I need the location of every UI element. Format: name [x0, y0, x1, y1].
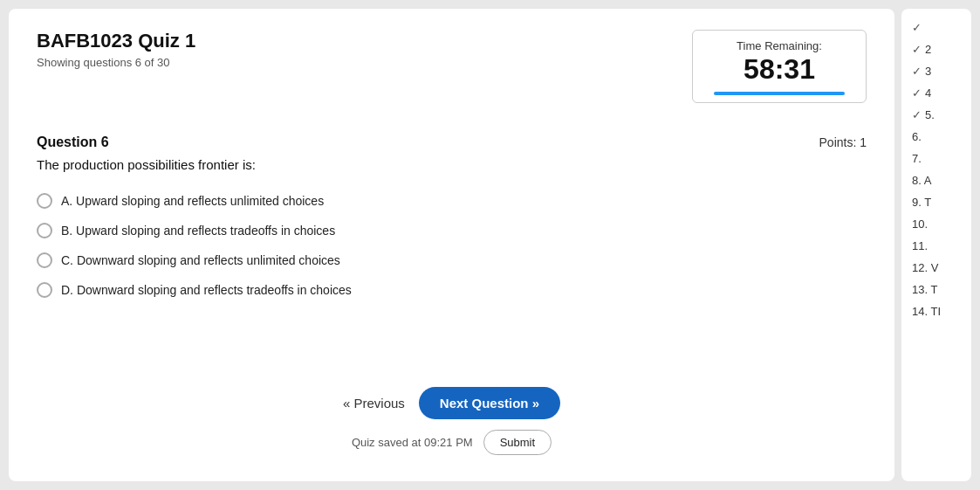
radio-c[interactable]	[37, 252, 52, 268]
num-8: 8. A	[912, 174, 931, 187]
quiz-info: BAFB1023 Quiz 1 Showing questions 6 of 3…	[37, 30, 195, 69]
question-section: Question 6 Points: 1 The production poss…	[37, 135, 867, 298]
sidebar-item-3[interactable]: ✓ 3	[901, 63, 971, 79]
num-5: 5.	[925, 108, 935, 121]
num-13: 13. T	[912, 283, 937, 296]
sidebar-item-12[interactable]: 12. V	[901, 259, 971, 276]
option-d[interactable]: D. Downward sloping and reflects tradeof…	[37, 282, 867, 298]
check-2: ✓	[912, 43, 922, 56]
check-1: ✓	[912, 21, 922, 34]
sidebar-item-8[interactable]: 8. A	[901, 172, 971, 189]
sidebar-item-14[interactable]: 14. TI	[901, 303, 971, 320]
num-10: 10.	[912, 217, 928, 231]
timer-bar	[714, 92, 845, 95]
sidebar-item-10[interactable]: 10.	[901, 216, 971, 232]
answer-options: A. Upward sloping and reflects unlimited…	[37, 193, 867, 298]
submit-button[interactable]: Submit	[483, 430, 552, 455]
check-4: ✓	[912, 86, 922, 100]
option-a[interactable]: A. Upward sloping and reflects unlimited…	[37, 193, 867, 209]
radio-b[interactable]	[37, 223, 52, 238]
quiz-title: BAFB1023 Quiz 1	[37, 30, 195, 52]
num-6: 6.	[912, 130, 922, 143]
main-card: BAFB1023 Quiz 1 Showing questions 6 of 3…	[9, 9, 894, 481]
timer-label: Time Remaining:	[714, 39, 845, 52]
sidebar-item-11[interactable]: 11.	[901, 238, 971, 254]
num-11: 11.	[912, 239, 928, 252]
header-row: BAFB1023 Quiz 1 Showing questions 6 of 3…	[37, 30, 867, 103]
sidebar-item-6[interactable]: 6.	[901, 128, 971, 145]
next-question-button[interactable]: Next Question »	[419, 387, 560, 419]
question-header: Question 6 Points: 1	[37, 135, 867, 150]
previous-button[interactable]: « Previous	[343, 396, 405, 411]
sidebar-item-5[interactable]: ✓ 5.	[901, 107, 971, 123]
num-9: 9. T	[912, 196, 931, 209]
save-submit-row: Quiz saved at 09:21 PM Submit	[352, 430, 552, 455]
right-sidebar: ✓ ✓ 2 ✓ 3 ✓ 4 ✓ 5. 6. 7. 8. A 9. T	[901, 9, 971, 481]
question-text: The production possibilities frontier is…	[37, 157, 867, 172]
nav-buttons: « Previous Next Question »	[343, 387, 560, 419]
question-title: Question 6	[37, 135, 109, 150]
sidebar-item-7[interactable]: 7.	[901, 150, 971, 167]
option-c[interactable]: C. Downward sloping and reflects unlimit…	[37, 252, 867, 268]
sidebar-item-9[interactable]: 9. T	[901, 194, 971, 210]
timer-value: 58:31	[714, 54, 845, 85]
radio-d[interactable]	[37, 282, 52, 298]
bottom-actions: « Previous Next Question » Quiz saved at…	[37, 387, 867, 455]
points-label: Points: 1	[819, 135, 867, 149]
sidebar-item-2[interactable]: ✓ 2	[901, 41, 971, 58]
num-3: 3	[925, 65, 931, 78]
sidebar-item-13[interactable]: 13. T	[901, 281, 971, 298]
sidebar-item-1[interactable]: ✓	[901, 19, 971, 36]
timer-box: Time Remaining: 58:31	[692, 30, 867, 103]
radio-a[interactable]	[37, 193, 52, 209]
sidebar-item-4[interactable]: ✓ 4	[901, 85, 971, 101]
num-2: 2	[925, 43, 931, 56]
check-5: ✓	[912, 108, 922, 121]
saved-text: Quiz saved at 09:21 PM	[352, 436, 473, 449]
check-3: ✓	[912, 65, 922, 78]
num-14: 14. TI	[912, 305, 941, 318]
option-b[interactable]: B. Upward sloping and reflects tradeoffs…	[37, 223, 867, 238]
option-d-text: D. Downward sloping and reflects tradeof…	[61, 283, 352, 297]
option-a-text: A. Upward sloping and reflects unlimited…	[61, 194, 324, 208]
num-7: 7.	[912, 152, 922, 165]
showing-questions: Showing questions 6 of 30	[37, 56, 195, 69]
num-12: 12. V	[912, 261, 938, 274]
option-c-text: C. Downward sloping and reflects unlimit…	[61, 253, 340, 267]
option-b-text: B. Upward sloping and reflects tradeoffs…	[61, 224, 335, 238]
num-4: 4	[925, 86, 931, 100]
